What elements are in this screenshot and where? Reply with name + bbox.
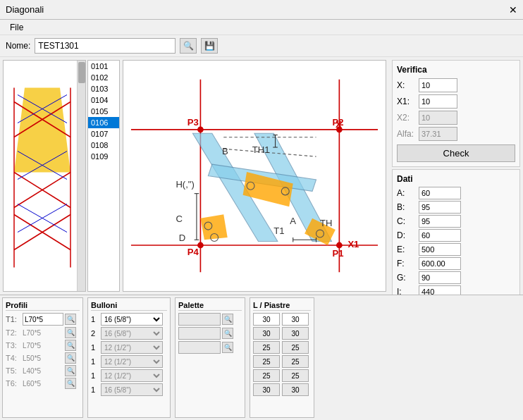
t2-search-btn[interactable]: 🔍 [65, 327, 76, 338]
dati-e-input[interactable] [419, 243, 461, 256]
dati-b-input[interactable] [419, 201, 461, 214]
palette-search-1[interactable]: 🔍 [222, 314, 233, 325]
lpiastre-title: L / Piastre [253, 301, 311, 311]
list-item-0102[interactable]: 0102 [88, 72, 119, 83]
bullone-3-num: 1 [91, 343, 99, 352]
svg-text:C: C [176, 214, 182, 224]
bullone-6-num: 1 [91, 385, 99, 394]
t1-input[interactable] [23, 313, 63, 326]
t4-value: L50*5 [23, 354, 63, 362]
drawing-area: X X1 H(,") C D T1 TH TH1 A B P3 P2 P4 P1 [123, 60, 386, 292]
t3-search-btn[interactable]: 🔍 [65, 340, 76, 351]
svg-text:B: B [222, 146, 228, 156]
bullone-6-select[interactable]: 16 (5/8") [101, 383, 163, 396]
profili-title: Profili [6, 301, 80, 311]
menu-file[interactable]: File [6, 23, 27, 32]
list-item-0106[interactable]: 0106 [88, 117, 119, 128]
t3-value: L70*5 [23, 342, 63, 350]
svg-text:T1: T1 [273, 226, 284, 236]
dati-section: Dati A: B: C: D: E: F: G: I: L: M: N: O:… [392, 169, 520, 295]
dati-f-input[interactable] [419, 257, 461, 270]
bullone-4-select[interactable]: 12 (1/2") [101, 355, 163, 368]
t6-label: T6: [6, 379, 21, 388]
main-window: Diagonali ✕ File Nome: 🔍 💾 [0, 0, 523, 420]
check-button[interactable]: Check [397, 144, 515, 162]
name-input[interactable] [35, 38, 176, 54]
svg-text:P2: P2 [333, 117, 344, 128]
lp-r2-v1[interactable] [253, 327, 280, 340]
close-button[interactable]: ✕ [509, 4, 517, 16]
bullone-5-num: 1 [91, 371, 99, 380]
thumbnail-panel [3, 60, 86, 292]
dati-g-input[interactable] [419, 271, 461, 284]
x-label: X: [397, 80, 417, 90]
verifica-title: Verifica [397, 65, 515, 75]
save-button[interactable]: 💾 [201, 38, 218, 54]
verifica-section: Verifica X: X1: X2: Alfa: Check [392, 60, 520, 167]
dati-title: Dati [397, 174, 515, 184]
lp-r2-v2[interactable] [282, 327, 309, 340]
main-drawing-svg: X X1 H(,") C D T1 TH TH1 A B P3 P2 P4 P1 [123, 61, 386, 291]
lp-r5-v1[interactable] [253, 369, 280, 382]
t1-search-btn[interactable]: 🔍 [65, 314, 76, 325]
list-item-0103[interactable]: 0103 [88, 83, 119, 94]
svg-text:TH1: TH1 [252, 144, 270, 155]
svg-text:P4: P4 [187, 247, 199, 257]
bullone-5-select[interactable]: 12 (1/2") [101, 369, 163, 382]
palette-search-3[interactable]: 🔍 [222, 342, 233, 353]
list-item-0109[interactable]: 0109 [88, 151, 119, 162]
bulloni-panel: Bulloni 1 16 (5/8") 2 16 (5/8") 1 12 (1/… [87, 297, 171, 418]
alfa-input [419, 127, 457, 141]
dati-i-input[interactable] [419, 285, 461, 295]
bullone-2-select[interactable]: 16 (5/8") [101, 327, 163, 340]
lp-r1-v2[interactable] [282, 313, 309, 326]
palette-search-2[interactable]: 🔍 [222, 328, 233, 339]
t1-label: T1: [6, 315, 21, 323]
svg-text:TH: TH [320, 218, 332, 228]
list-item-0105[interactable]: 0105 [88, 106, 119, 117]
svg-point-44 [336, 242, 343, 249]
bullone-3-select[interactable]: 12 (1/2") [101, 341, 163, 354]
lp-r6-v1[interactable] [253, 383, 280, 396]
dati-d-input[interactable] [419, 229, 461, 242]
dati-a-input[interactable] [419, 187, 461, 199]
x1-input[interactable] [419, 94, 457, 109]
lp-r4-v1[interactable] [253, 355, 280, 368]
t5-value: L40*5 [23, 367, 63, 375]
t6-search-btn[interactable]: 🔍 [65, 378, 76, 389]
bullone-4-num: 1 [91, 357, 99, 366]
lp-r3-v2[interactable] [282, 341, 309, 354]
lp-r1-v1[interactable] [253, 313, 280, 326]
dati-c-input[interactable] [419, 215, 461, 228]
t3-label: T3: [6, 341, 21, 350]
x2-input [419, 111, 457, 125]
lp-r3-v1[interactable] [253, 341, 280, 354]
list-item-0108[interactable]: 0108 [88, 140, 119, 151]
lp-r5-v2[interactable] [282, 369, 309, 382]
dati-b-label: B: [397, 202, 417, 212]
t4-label: T4: [6, 354, 21, 362]
item-list: 0101 0102 0103 0104 0105 0106 0107 0108 … [87, 60, 120, 292]
t5-search-btn[interactable]: 🔍 [65, 365, 76, 376]
dati-a-label: A: [397, 188, 417, 198]
t4-search-btn[interactable]: 🔍 [65, 352, 76, 364]
lp-r4-v2[interactable] [282, 355, 309, 368]
lp-r6-v2[interactable] [282, 383, 309, 396]
dati-d-label: D: [397, 230, 417, 240]
t2-label: T2: [6, 328, 21, 337]
bullone-1-select[interactable]: 16 (5/8") [101, 313, 163, 326]
dati-f-label: F: [397, 259, 417, 268]
t2-value: L70*5 [23, 329, 63, 337]
bulloni-title: Bulloni [91, 301, 167, 311]
list-item-0107[interactable]: 0107 [88, 128, 119, 140]
svg-text:X1: X1 [347, 239, 359, 249]
list-item-0104[interactable]: 0104 [88, 94, 119, 106]
right-panel: Verifica X: X1: X2: Alfa: Check [389, 57, 523, 295]
x-input[interactable] [419, 78, 457, 92]
svg-text:A: A [290, 216, 296, 226]
dati-i-label: I: [397, 287, 417, 295]
list-item-0101[interactable]: 0101 [88, 61, 119, 72]
svg-text:H(,"): H(,") [176, 179, 195, 190]
dati-g-label: G: [397, 273, 417, 283]
search-button[interactable]: 🔍 [180, 38, 197, 54]
